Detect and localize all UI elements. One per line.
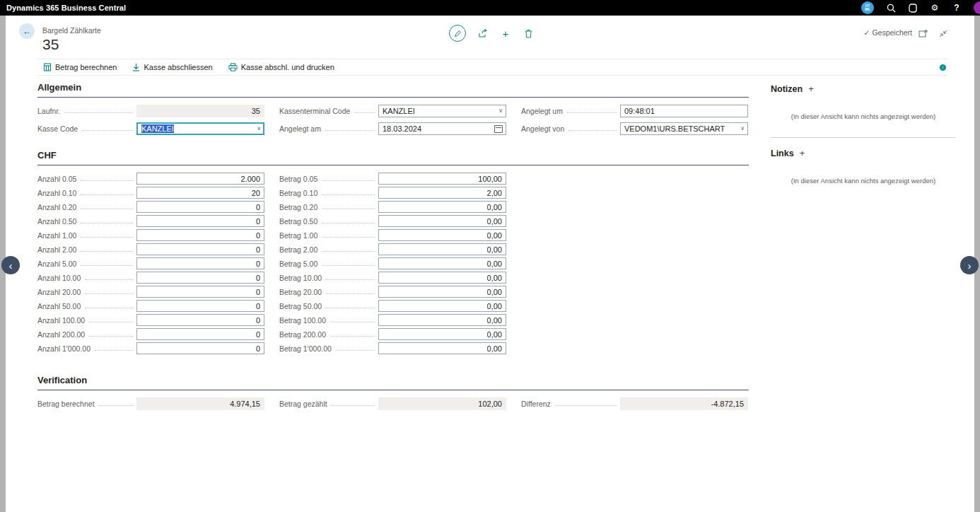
edit-pencil-icon[interactable] bbox=[449, 25, 466, 42]
back-button[interactable]: ← bbox=[19, 23, 35, 39]
label-text: Anzahl 1.00 bbox=[37, 231, 76, 240]
label-text: Laufnr. bbox=[37, 107, 60, 115]
field-anzahl-1-000-00-input[interactable]: 0 bbox=[136, 342, 264, 354]
field-anzahl-5-00-input[interactable]: 0 bbox=[136, 257, 264, 269]
field-anzahl-0-05-input[interactable]: 2.000 bbox=[136, 173, 264, 185]
field-anzahl-100-00-input[interactable]: 0 bbox=[136, 314, 264, 326]
field-betrag-10-00-input[interactable]: 0,00 bbox=[378, 272, 506, 284]
field-betrag-1-00-input[interactable]: 0,00 bbox=[378, 229, 506, 241]
field-anzahl-10-00-input[interactable]: 0 bbox=[136, 272, 264, 284]
section-title-chf[interactable]: CHF bbox=[37, 150, 749, 165]
field-column-1: Anzahl 0.052.000Anzahl 0.1020Anzahl 0.20… bbox=[37, 173, 264, 356]
field-kasse-code-input[interactable]: KANZLEI∨ bbox=[136, 122, 264, 135]
field-row-betrag-gez-hlt: Betrag gezählt102,00 bbox=[279, 397, 506, 410]
label-text: Betrag 0.20 bbox=[279, 203, 317, 211]
label-text: Anzahl 50.00 bbox=[37, 302, 81, 310]
previous-record-button[interactable]: ‹ bbox=[1, 256, 20, 274]
calculate-icon bbox=[43, 63, 52, 71]
dotted-leader bbox=[99, 405, 133, 406]
toolbar-button-betrag-berechnen[interactable]: Betrag berechnen bbox=[43, 63, 117, 71]
toolbar-button-label: Betrag berechnen bbox=[55, 63, 117, 71]
add-links-button[interactable]: + bbox=[800, 148, 805, 158]
field-betrag-20-00-input[interactable]: 0,00 bbox=[378, 286, 506, 298]
field-betrag-1-000-00-input[interactable]: 0,00 bbox=[378, 342, 506, 354]
field-anzahl-2-00-input[interactable]: 0 bbox=[136, 243, 264, 255]
dotted-leader bbox=[354, 112, 375, 113]
label-text: Betrag 2.00 bbox=[279, 245, 317, 254]
field-row-angelegt-um: Angelegt um09:48:01 bbox=[521, 105, 748, 117]
share-icon[interactable] bbox=[477, 28, 489, 39]
field-betrag-0-50-input[interactable]: 0,00 bbox=[378, 215, 506, 227]
field-control-betrag-gez-hlt: 102,00 bbox=[378, 397, 506, 410]
field-value: 102,00 bbox=[478, 400, 502, 408]
field-anzahl-0-10-input[interactable]: 20 bbox=[136, 187, 264, 199]
field-betrag-5-00-input[interactable]: 0,00 bbox=[378, 257, 506, 269]
field-label-anzahl-0-50: Anzahl 0.50 bbox=[37, 217, 136, 226]
label-text: Betrag 200.00 bbox=[279, 330, 326, 339]
user-avatar[interactable] bbox=[974, 1, 980, 14]
toolbar-button-kasse-abschl-und-drucken[interactable]: Kasse abschl. und drucken bbox=[228, 63, 334, 71]
field-label-betrag-1-00: Betrag 1.00 bbox=[279, 231, 378, 240]
field-value: 2,00 bbox=[487, 189, 502, 197]
field-betrag-200-00-input[interactable]: 0,00 bbox=[378, 328, 506, 340]
add-notizen-button[interactable]: + bbox=[808, 83, 814, 94]
field-row-angelegt-am: Angelegt am18.03.2024 bbox=[279, 122, 506, 135]
help-icon[interactable]: ? bbox=[952, 3, 962, 13]
dotted-leader bbox=[322, 264, 375, 266]
field-betrag-0-05-input[interactable]: 100,00 bbox=[378, 173, 506, 185]
collapse-focus-mode-icon[interactable] bbox=[939, 28, 947, 40]
field-control-betrag-20-00: 0,00 bbox=[378, 286, 506, 298]
field-value: KANZLEI bbox=[141, 124, 174, 133]
field-row-anzahl-0-05: Anzahl 0.052.000 bbox=[37, 173, 264, 185]
field-anzahl-0-20-input[interactable]: 0 bbox=[136, 201, 264, 213]
field-value: 0 bbox=[256, 330, 260, 339]
details-indicator-dot[interactable]: i bbox=[940, 64, 946, 71]
field-betrag-100-00-input[interactable]: 0,00 bbox=[378, 314, 506, 326]
field-value: 35 bbox=[252, 107, 260, 115]
field-control-anzahl-5-00: 0 bbox=[136, 257, 264, 269]
field-betrag-0-20-input[interactable]: 0,00 bbox=[378, 201, 506, 213]
chevron-down-icon[interactable]: ∨ bbox=[257, 125, 261, 132]
field-anzahl-1-00-input[interactable]: 0 bbox=[136, 229, 264, 241]
dotted-leader bbox=[81, 208, 133, 209]
label-text: Betrag 0.10 bbox=[279, 189, 317, 197]
field-betrag-2-00-input[interactable]: 0,00 bbox=[378, 243, 506, 255]
field-betrag-0-10-input[interactable]: 2,00 bbox=[378, 187, 506, 199]
field-label-angelegt-von: Angelegt von bbox=[521, 124, 620, 133]
environment-badge[interactable]: ITT WIL bbox=[861, 1, 874, 14]
chevron-down-icon[interactable]: ∨ bbox=[498, 107, 503, 114]
links-title[interactable]: Links bbox=[771, 149, 794, 158]
chevron-down-icon[interactable]: ∨ bbox=[740, 125, 745, 132]
field-angelegt-am-input[interactable]: 18.03.2024 bbox=[378, 122, 506, 135]
breadcrumb[interactable]: Bargeld Zählkarte bbox=[42, 26, 101, 35]
open-in-window-icon[interactable] bbox=[918, 28, 928, 40]
calendar-icon[interactable] bbox=[494, 125, 503, 133]
new-record-plus-icon[interactable]: + bbox=[500, 28, 511, 39]
field-anzahl-200-00-input[interactable]: 0 bbox=[136, 328, 264, 340]
field-betrag-50-00-input[interactable]: 0,00 bbox=[378, 300, 506, 312]
field-kassenterminal-code-input[interactable]: KANZLEI∨ bbox=[378, 105, 506, 117]
section-title-allgemein[interactable]: Allgemein bbox=[37, 82, 749, 98]
notifications-icon[interactable] bbox=[908, 3, 918, 13]
label-text: Betrag 100.00 bbox=[279, 316, 326, 325]
field-anzahl-20-00-input[interactable]: 0 bbox=[136, 286, 264, 298]
toolbar-button-kasse-abschliessen[interactable]: Kasse abschliessen bbox=[132, 63, 212, 71]
field-value: 0 bbox=[256, 288, 260, 296]
field-anzahl-0-50-input[interactable]: 0 bbox=[136, 215, 264, 227]
field-anzahl-50-00-input[interactable]: 0 bbox=[136, 300, 264, 312]
field-value: 0,00 bbox=[487, 344, 502, 353]
field-angelegt-um-input[interactable]: 09:48:01 bbox=[620, 105, 748, 117]
label-text: Anzahl 0.50 bbox=[37, 217, 76, 226]
field-label-betrag-2-00: Betrag 2.00 bbox=[279, 245, 378, 254]
field-angelegt-von-input[interactable]: VEDOM1\URS.BETSCHART∨ bbox=[620, 122, 748, 135]
dotted-leader bbox=[89, 335, 133, 337]
delete-trash-icon[interactable] bbox=[523, 28, 534, 39]
section-title-verification[interactable]: Verification bbox=[37, 375, 749, 390]
field-value: 0,00 bbox=[487, 245, 502, 254]
next-record-button[interactable]: › bbox=[960, 256, 979, 274]
field-value: 0,00 bbox=[487, 203, 502, 211]
search-icon[interactable] bbox=[886, 3, 896, 13]
field-row-anzahl-100-00: Anzahl 100.000 bbox=[37, 314, 264, 326]
notizen-title[interactable]: Notizen bbox=[771, 84, 803, 94]
settings-gear-icon[interactable]: ⚙ bbox=[930, 3, 940, 13]
